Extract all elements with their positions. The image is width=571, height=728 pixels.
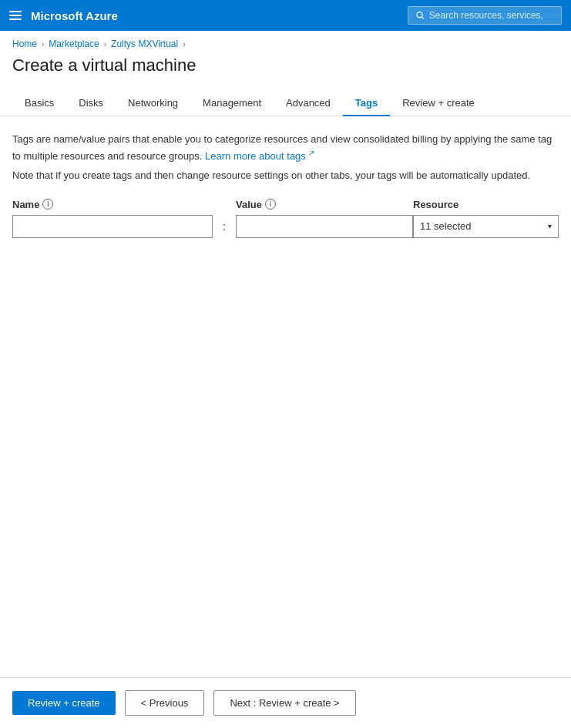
tags-headers: Name i Value i Resource <box>12 199 559 210</box>
next-button[interactable]: Next : Review + create > <box>213 690 355 716</box>
resource-selected-text: 11 selected <box>420 220 472 232</box>
breadcrumb-sep-2: › <box>104 40 106 49</box>
breadcrumb-resource[interactable]: Zultys MXVirtual <box>111 39 178 49</box>
tab-advanced[interactable]: Advanced <box>274 91 343 116</box>
resource-column-header: Resource <box>413 199 559 210</box>
topbar: Microsoft Azure <box>0 0 571 31</box>
learn-more-link[interactable]: Learn more about tags ↗ <box>205 150 314 162</box>
note-text: Note that if you create tags and then ch… <box>12 168 559 183</box>
footer: Review + create < Previous Next : Review… <box>0 677 571 728</box>
description: Tags are name/value pairs that enable yo… <box>12 132 559 163</box>
tags-row: : 11 selected ▾ <box>12 215 559 238</box>
search-input[interactable] <box>429 10 553 21</box>
svg-rect-2 <box>9 18 22 20</box>
app-title: Microsoft Azure <box>31 9 118 22</box>
previous-button[interactable]: < Previous <box>125 690 205 716</box>
svg-rect-0 <box>9 11 22 12</box>
svg-line-4 <box>422 17 424 18</box>
tab-review[interactable]: Review + create <box>390 91 487 116</box>
tabs-bar: Basics Disks Networking Management Advan… <box>0 91 571 116</box>
tab-networking[interactable]: Networking <box>116 91 190 116</box>
external-link-icon: ↗ <box>308 149 314 157</box>
breadcrumb-sep-3: › <box>183 40 185 49</box>
name-info-icon[interactable]: i <box>42 199 53 210</box>
resource-dropdown[interactable]: 11 selected ▾ <box>413 215 559 238</box>
colon-separator: : <box>213 220 236 233</box>
tab-management[interactable]: Management <box>190 91 274 116</box>
breadcrumb-sep-1: › <box>42 40 44 49</box>
page-title: Create a virtual machine <box>0 52 571 91</box>
value-input[interactable] <box>236 215 413 238</box>
breadcrumb-marketplace[interactable]: Marketplace <box>49 39 99 49</box>
breadcrumb-home[interactable]: Home <box>12 39 37 49</box>
review-create-button[interactable]: Review + create <box>12 691 116 715</box>
tab-disks[interactable]: Disks <box>66 91 116 116</box>
search-box[interactable] <box>408 6 562 25</box>
name-column-header: Name i <box>12 199 213 210</box>
name-input[interactable] <box>12 215 213 238</box>
tab-tags[interactable]: Tags <box>343 91 390 116</box>
search-icon <box>416 11 425 20</box>
main-content: Tags are name/value pairs that enable yo… <box>0 116 571 677</box>
hamburger-menu[interactable] <box>9 9 22 22</box>
value-column-header: Value i <box>236 199 413 210</box>
tab-basics[interactable]: Basics <box>12 91 66 116</box>
svg-point-3 <box>417 12 422 17</box>
chevron-down-icon: ▾ <box>548 222 552 230</box>
value-info-icon[interactable]: i <box>265 199 276 210</box>
breadcrumb: Home › Marketplace › Zultys MXVirtual › <box>0 31 571 52</box>
svg-rect-1 <box>9 15 22 16</box>
